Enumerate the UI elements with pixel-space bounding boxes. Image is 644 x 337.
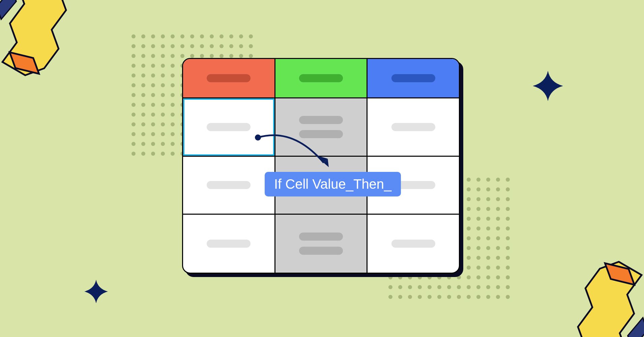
svg-point-38 [249, 54, 253, 58]
svg-point-91 [131, 103, 136, 107]
svg-point-30 [171, 54, 175, 58]
svg-point-16 [161, 44, 165, 48]
svg-point-33 [200, 54, 204, 58]
svg-point-270 [486, 246, 490, 250]
svg-point-285 [506, 256, 510, 260]
svg-point-309 [486, 275, 490, 279]
header-cell-col-1 [183, 59, 275, 98]
svg-point-94 [161, 103, 165, 107]
svg-point-206 [496, 197, 500, 201]
svg-point-322 [486, 285, 490, 289]
table-cell [368, 98, 459, 156]
svg-point-108 [171, 113, 175, 117]
svg-rect-343 [628, 318, 644, 337]
header-cell-col-3 [368, 59, 459, 98]
svg-point-271 [496, 246, 500, 250]
svg-point-281 [467, 256, 471, 260]
svg-point-157 [141, 152, 145, 156]
svg-point-191 [476, 187, 480, 191]
svg-point-269 [476, 246, 480, 250]
svg-point-23 [229, 44, 233, 48]
svg-point-325 [388, 295, 392, 299]
svg-point-300 [398, 275, 402, 279]
svg-point-24 [239, 44, 243, 48]
svg-point-313 [398, 285, 402, 289]
placeholder-pill [207, 74, 251, 82]
svg-point-8 [210, 34, 214, 38]
corner-decoration-bottom-right [553, 246, 644, 337]
svg-point-67 [151, 83, 155, 87]
svg-point-306 [457, 275, 461, 279]
svg-point-315 [418, 285, 422, 289]
svg-point-257 [486, 236, 490, 240]
svg-point-217 [476, 207, 480, 211]
corner-decoration-top-left [0, 0, 91, 91]
svg-point-160 [171, 152, 175, 156]
svg-point-320 [467, 285, 471, 289]
svg-point-283 [486, 256, 490, 260]
svg-point-32 [190, 54, 194, 58]
svg-point-5 [180, 34, 184, 38]
svg-point-39 [131, 64, 136, 68]
svg-point-143 [131, 142, 136, 146]
svg-point-13 [131, 44, 136, 48]
svg-point-53 [141, 73, 145, 78]
svg-point-323 [496, 285, 500, 289]
svg-point-194 [506, 187, 510, 191]
svg-point-284 [496, 256, 500, 260]
svg-point-304 [437, 275, 441, 279]
svg-point-41 [151, 64, 155, 68]
svg-point-118 [141, 122, 145, 126]
svg-point-12 [249, 34, 253, 38]
svg-point-18 [180, 44, 184, 48]
svg-point-207 [506, 197, 510, 201]
svg-point-244 [486, 226, 490, 231]
placeholder-pill [207, 181, 251, 189]
svg-point-42 [161, 64, 165, 68]
svg-point-219 [496, 207, 500, 211]
svg-point-56 [171, 73, 175, 78]
svg-point-308 [476, 275, 480, 279]
svg-point-79 [141, 93, 145, 97]
svg-point-144 [141, 142, 145, 146]
svg-point-229 [467, 217, 471, 221]
svg-point-298 [506, 266, 510, 270]
svg-point-177 [467, 178, 471, 182]
svg-point-105 [141, 113, 145, 117]
svg-point-328 [418, 295, 422, 299]
svg-point-78 [131, 93, 136, 97]
svg-point-317 [437, 285, 441, 289]
svg-point-147 [171, 142, 175, 146]
svg-point-146 [161, 142, 165, 146]
svg-point-145 [151, 142, 155, 146]
svg-point-330 [437, 295, 441, 299]
svg-point-190 [467, 187, 471, 191]
placeholder-pill [391, 240, 435, 248]
svg-point-329 [428, 295, 432, 299]
arrow-icon [253, 131, 341, 178]
placeholder-pill [391, 74, 435, 82]
svg-point-134 [171, 132, 175, 136]
svg-point-243 [476, 226, 480, 231]
svg-point-180 [496, 178, 500, 182]
svg-point-302 [418, 275, 422, 279]
header-row [183, 59, 459, 98]
svg-marker-338 [0, 0, 82, 81]
svg-point-256 [476, 236, 480, 240]
svg-point-22 [219, 44, 224, 48]
svg-marker-341 [562, 256, 644, 337]
svg-point-80 [151, 93, 155, 97]
svg-point-26 [131, 54, 136, 58]
svg-point-35 [219, 54, 224, 58]
svg-point-311 [506, 275, 510, 279]
svg-point-7 [200, 34, 204, 38]
svg-point-321 [476, 285, 480, 289]
svg-point-218 [486, 207, 490, 211]
svg-point-159 [161, 152, 165, 156]
svg-point-95 [171, 103, 175, 107]
svg-point-231 [486, 217, 490, 221]
svg-point-117 [131, 122, 136, 126]
placeholder-pill [391, 123, 435, 131]
svg-point-0 [131, 34, 136, 38]
svg-point-1 [141, 34, 145, 38]
